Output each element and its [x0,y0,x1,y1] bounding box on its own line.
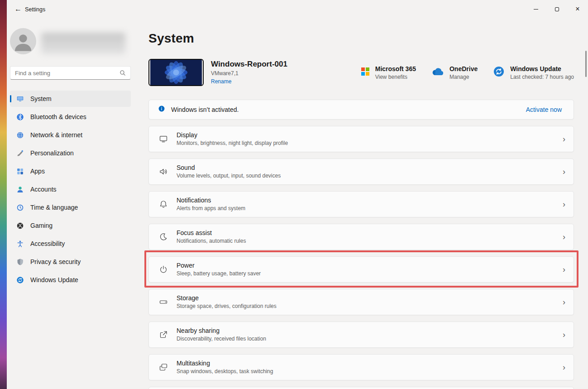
sidebar-item-system[interactable]: System [10,91,131,107]
settings-row-text: Nearby sharing Discoverability, received… [177,327,563,343]
device-wallpaper-thumbnail [148,59,204,86]
desktop-wallpaper-strip [0,0,7,389]
chevron-right-icon: › [563,265,565,274]
settings-row-storage[interactable]: Storage Storage space, drives, configura… [148,289,574,315]
titlebar: ← Settings × [7,0,588,19]
settings-row-text: Display Monitors, brightness, night ligh… [177,131,563,147]
power-icon [158,264,168,274]
sidebar-item-privacy-security[interactable]: Privacy & security [10,254,131,270]
sidebar-item-gaming[interactable]: Gaming [10,217,131,234]
chevron-right-icon: › [563,331,565,339]
sidebar-item-bluetooth-devices[interactable]: Bluetooth & devices [10,109,131,125]
quick-link-microsoft-365[interactable]: Microsoft 365 View benefits [361,64,416,81]
quick-link-title: Microsoft 365 [375,64,416,73]
settings-row-nearby-sharing[interactable]: Nearby sharing Discoverability, received… [148,322,574,348]
settings-row-subtitle: Alerts from apps and system [177,205,563,212]
info-icon [158,105,165,114]
quick-link-subtitle[interactable]: View benefits [375,73,416,81]
chevron-right-icon: › [563,363,565,371]
update-icon [16,276,24,284]
clock-icon [16,204,24,211]
settings-row-notifications[interactable]: Notifications Alerts from apps and syste… [148,191,574,217]
window-controls: × [526,0,588,18]
quick-link-text: Microsoft 365 View benefits [375,64,416,81]
settings-row-title: Focus assist [177,229,563,237]
quick-link-subtitle[interactable]: Manage [449,73,478,81]
activate-now-link[interactable]: Activate now [526,106,562,113]
apps-grid-icon [16,168,24,175]
quick-link-windows-update[interactable]: Windows Update Last checked: 7 hours ago [493,64,574,81]
selected-indicator [10,95,11,102]
settings-row-partial[interactable] [148,387,574,389]
settings-row-subtitle: Storage space, drives, configuration rul… [177,303,563,310]
back-button[interactable]: ← [10,2,26,16]
rename-link[interactable]: Rename [211,77,347,86]
settings-row-display[interactable]: Display Monitors, brightness, night ligh… [148,126,574,152]
sidebar-item-accounts[interactable]: Accounts [10,181,131,197]
settings-row-subtitle: Monitors, brightness, night light, displ… [177,139,563,147]
chevron-right-icon: › [563,200,565,208]
windows-update-icon [493,66,505,79]
quick-link-text: Windows Update Last checked: 7 hours ago [510,64,574,81]
sidebar-item-personalization[interactable]: Personalization [10,145,131,161]
sidebar: System Bluetooth & devices Network & int… [7,19,138,389]
page-title: System [148,30,574,47]
settings-row-text: Power Sleep, battery usage, battery save… [177,261,563,278]
device-model: VMware7,1 [211,69,347,77]
xbox-icon [16,222,24,230]
quick-link-text: OneDrive Manage [449,64,478,81]
quick-link-onedrive[interactable]: OneDrive Manage [431,64,478,81]
sidebar-item-time-language[interactable]: Time & language [10,199,131,216]
sidebar-item-accessibility[interactable]: Accessibility [10,235,131,252]
sidebar-item-label: Accounts [30,186,57,193]
share-icon [158,330,168,340]
settings-list: Display Monitors, brightness, night ligh… [148,126,574,389]
settings-row-title: Notifications [177,196,563,205]
minimize-button[interactable] [526,0,546,18]
search-box [10,66,131,80]
microsoft-logo-icon [361,67,370,78]
sidebar-item-windows-update[interactable]: Windows Update [10,272,131,288]
close-button[interactable]: × [567,0,588,18]
accessibility-icon [16,240,24,248]
drive-icon [158,297,168,307]
settings-window: ← Settings × [7,0,588,389]
settings-row-power[interactable]: Power Sleep, battery usage, battery save… [148,256,574,283]
quick-link-title: OneDrive [449,64,478,73]
search-icon [120,70,130,76]
minimize-icon [534,9,538,10]
sidebar-item-label: Apps [30,168,45,175]
maximize-button[interactable] [546,0,567,18]
settings-row-title: Power [177,261,563,270]
screen: ← Settings × [0,0,588,389]
settings-row-title: Nearby sharing [177,327,563,335]
chevron-right-icon: › [563,168,565,176]
sidebar-item-label: Privacy & security [30,258,81,265]
quick-link-title: Windows Update [510,64,574,73]
settings-row-subtitle: Notifications, automatic rules [177,237,563,245]
sidebar-item-label: Personalization [30,149,74,157]
user-avatar[interactable] [10,28,36,54]
sidebar-item-apps[interactable]: Apps [10,163,131,179]
settings-row-subtitle: Snap windows, desktops, task switching [177,368,563,375]
settings-row-sound[interactable]: Sound Volume levels, output, input, soun… [148,158,574,185]
settings-row-focus-assist[interactable]: Focus assist Notifications, automatic ru… [148,224,574,250]
person-icon [16,186,24,193]
close-icon: × [575,5,579,13]
windows-stack-icon [158,362,168,372]
sidebar-item-network-internet[interactable]: Network & internet [10,127,131,143]
settings-row-title: Storage [177,294,563,303]
scrollbar-thumb[interactable] [585,51,587,77]
globe-icon [16,131,24,139]
search-input[interactable] [10,67,120,79]
device-header: Windows-Report-001 VMware7,1 Rename Micr… [148,59,574,86]
device-info: Windows-Report-001 VMware7,1 Rename [211,59,347,86]
quick-links: Microsoft 365 View benefits OneDrive Man… [361,64,574,81]
settings-row-text: Storage Storage space, drives, configura… [177,294,563,310]
settings-row-multitasking[interactable]: Multitasking Snap windows, desktops, tas… [148,354,574,380]
sidebar-nav: System Bluetooth & devices Network & int… [10,91,131,290]
speaker-icon [158,167,168,177]
settings-row-title: Sound [177,163,563,172]
main-content: System [148,19,574,389]
settings-row-text: Sound Volume levels, output, input, soun… [177,163,563,180]
